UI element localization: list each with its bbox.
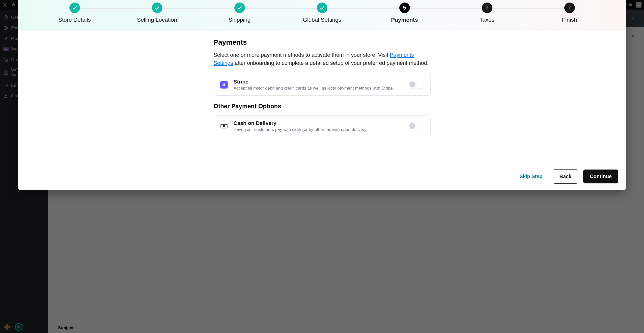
continue-button[interactable]: Continue [583,170,618,183]
cod-toggle[interactable] [409,122,424,130]
step-upcoming-badge: 7 [564,3,575,13]
step-finish: 7 Finish [528,3,611,23]
lead-text-pre: Select one or more payment methods to ac… [214,52,390,58]
step-label: Store Details [58,17,91,23]
step-global-settings[interactable]: Global Settings [281,3,363,23]
step-shipping[interactable]: Shipping [198,3,281,23]
step-done-icon [234,3,245,13]
onboarding-wizard-modal: Store Details Selling Location Shipping [18,0,626,190]
svg-point-19 [223,125,225,127]
stepper: Store Details Selling Location Shipping [33,3,611,23]
lead-text-post: after onboarding to complete a detailed … [233,60,428,66]
step-label: Finish [562,17,577,23]
other-options-heading: Other Payment Options [214,103,431,110]
step-done-icon [69,3,80,13]
step-store-details[interactable]: Store Details [33,3,116,23]
page-title: Payments [214,38,431,46]
step-current-badge: 5 [399,3,410,13]
step-selling-location[interactable]: Selling Location [116,3,198,23]
step-label: Taxes [480,17,494,23]
step-done-icon [317,3,327,13]
svg-rect-18 [221,124,227,128]
payment-method-desc: Accept all major debit and credit cards … [234,86,403,91]
step-payments[interactable]: 5 Payments [363,3,446,23]
back-button[interactable]: Back [553,169,578,184]
step-label: Global Settings [303,17,341,23]
stripe-toggle[interactable] [409,81,424,89]
payment-method-stripe: S Stripe Accept all major debit and cred… [214,74,431,96]
step-label: Payments [391,17,418,23]
page-lead: Select one or more payment methods to ac… [214,51,431,67]
skip-step-button[interactable]: Skip Step [514,170,547,183]
wizard-stepper-header: Store Details Selling Location Shipping [18,0,626,31]
step-done-icon [152,3,162,13]
step-label: Selling Location [137,17,177,23]
payment-method-cod: Cash on Delivery Have your customers pay… [214,115,431,137]
step-label: Shipping [229,17,251,23]
step-taxes: 6 Taxes [446,3,528,23]
payment-method-title: Cash on Delivery [234,120,403,126]
cash-icon [220,122,228,130]
payment-method-desc: Have your customers pay with cash (or by… [234,127,403,132]
stripe-icon: S [220,81,228,89]
wizard-body: Payments Select one or more payment meth… [18,31,626,164]
wizard-footer: Skip Step Back Continue [18,164,626,190]
step-upcoming-badge: 6 [482,3,492,13]
payment-method-title: Stripe [234,79,403,85]
